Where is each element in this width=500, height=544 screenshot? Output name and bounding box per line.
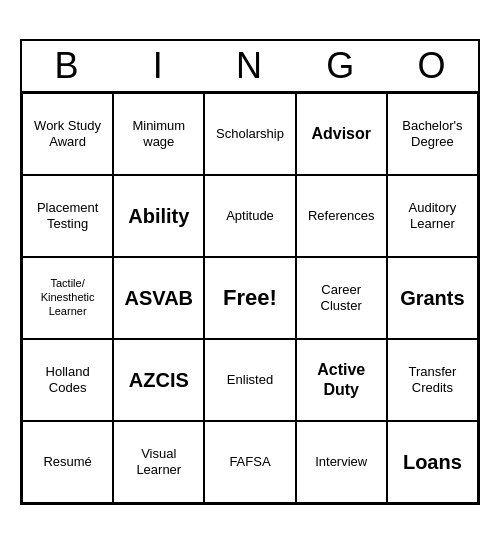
header-letter: B xyxy=(22,41,113,91)
bingo-cell: Enlisted xyxy=(204,339,295,421)
bingo-cell: Ability xyxy=(113,175,204,257)
bingo-cell: Minimum wage xyxy=(113,93,204,175)
bingo-cell: Aptitude xyxy=(204,175,295,257)
bingo-cell: AZCIS xyxy=(113,339,204,421)
bingo-cell: Free! xyxy=(204,257,295,339)
bingo-cell: ASVAB xyxy=(113,257,204,339)
bingo-cell: Loans xyxy=(387,421,478,503)
bingo-cell: Interview xyxy=(296,421,387,503)
bingo-cell: Career Cluster xyxy=(296,257,387,339)
header-letter: G xyxy=(296,41,387,91)
bingo-cell: Active Duty xyxy=(296,339,387,421)
header-letter: O xyxy=(387,41,478,91)
bingo-card: BINGO Work Study AwardMinimum wageSchola… xyxy=(20,39,480,505)
header-letter: I xyxy=(113,41,204,91)
bingo-cell: Transfer Credits xyxy=(387,339,478,421)
bingo-cell: Scholarship xyxy=(204,93,295,175)
bingo-cell: Resumé xyxy=(22,421,113,503)
bingo-cell: FAFSA xyxy=(204,421,295,503)
bingo-cell: Auditory Learner xyxy=(387,175,478,257)
bingo-cell: Work Study Award xyxy=(22,93,113,175)
bingo-header: BINGO xyxy=(22,41,478,91)
bingo-cell: Holland Codes xyxy=(22,339,113,421)
bingo-cell: References xyxy=(296,175,387,257)
header-letter: N xyxy=(204,41,295,91)
bingo-cell: Advisor xyxy=(296,93,387,175)
bingo-cell: Tactile/ Kinesthetic Learner xyxy=(22,257,113,339)
bingo-grid: Work Study AwardMinimum wageScholarshipA… xyxy=(22,91,478,503)
bingo-cell: Visual Learner xyxy=(113,421,204,503)
bingo-cell: Bachelor's Degree xyxy=(387,93,478,175)
bingo-cell: Placement Testing xyxy=(22,175,113,257)
bingo-cell: Grants xyxy=(387,257,478,339)
